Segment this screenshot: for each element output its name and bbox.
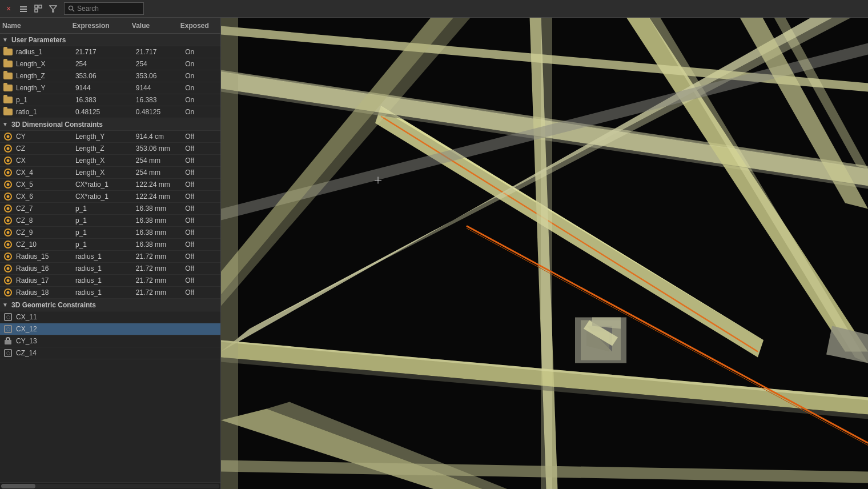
expand-button[interactable]	[32, 2, 45, 15]
section-header-geo-constraints[interactable]: ▼ 3D Geometric Constraints	[0, 299, 220, 311]
svg-rect-4	[39, 5, 42, 8]
row-value: 0.48125	[136, 108, 186, 116]
constraint-icon	[4, 276, 12, 284]
scrollbar-track[interactable]	[1, 484, 219, 488]
row-exposed: On	[185, 60, 218, 68]
constraint-icon	[4, 217, 12, 225]
param-row[interactable]: Length_Z 353.06 353.06 On	[0, 70, 220, 82]
row-name: CY_13	[16, 337, 75, 345]
row-exposed: Off	[185, 229, 218, 237]
row-name: CY	[16, 133, 75, 141]
param-row[interactable]: CZ_14	[0, 347, 220, 359]
param-row[interactable]: Radius_16 radius_1 21.72 mm Off	[0, 263, 220, 275]
row-name: CX_4	[16, 169, 75, 177]
row-name: CZ_14	[16, 349, 75, 357]
section-arrow: ▼	[2, 302, 9, 308]
search-icon	[68, 5, 75, 12]
row-name: radius_1	[16, 48, 75, 56]
row-icon	[2, 264, 14, 273]
row-name: CZ_10	[16, 241, 75, 248]
param-row[interactable]: CZ_9 p_1 16.38 mm Off	[0, 227, 220, 239]
row-value: 254	[136, 60, 186, 68]
svg-line-8	[73, 10, 74, 11]
row-expression: 9144	[75, 84, 136, 92]
row-name: Length_Y	[16, 84, 75, 92]
row-expression: p_1	[75, 229, 136, 237]
row-expression: CX*ratio_1	[75, 181, 136, 189]
row-expression: 16.383	[75, 96, 136, 104]
param-row[interactable]: Radius_17 radius_1 21.72 mm Off	[0, 275, 220, 287]
param-row[interactable]: CZ_10 p_1 16.38 mm Off	[0, 239, 220, 251]
param-row[interactable]: CY_13	[0, 335, 220, 347]
row-icon	[2, 59, 14, 69]
param-row[interactable]: Length_Y 9144 9144 On	[0, 82, 220, 94]
row-name: Radius_15	[16, 252, 75, 260]
param-row[interactable]: CZ_8 p_1 16.38 mm Off	[0, 215, 220, 227]
scrollbar-thumb[interactable]	[1, 484, 35, 488]
search-input[interactable]	[77, 5, 140, 13]
row-value: 16.38 mm	[136, 241, 186, 248]
param-row[interactable]: CX_4 Length_X 254 mm Off	[0, 167, 220, 179]
folder-icon	[3, 97, 13, 103]
param-row[interactable]: CX Length_X 254 mm Off	[0, 155, 220, 167]
param-row[interactable]: CZ_7 p_1 16.38 mm Off	[0, 203, 220, 215]
row-icon	[2, 276, 14, 285]
constraint-icon	[4, 252, 12, 260]
constraint-icon	[4, 241, 12, 248]
row-exposed: Off	[185, 217, 218, 225]
constraint-icon	[4, 193, 12, 201]
row-name: Radius_18	[16, 288, 75, 296]
param-row[interactable]: p_1 16.383 16.383 On	[0, 94, 220, 106]
row-exposed: On	[185, 84, 218, 92]
param-row[interactable]: CY Length_Y 914.4 cm Off	[0, 131, 220, 143]
constraint-icon	[4, 157, 12, 165]
param-row[interactable]: CX_5 CX*ratio_1 122.24 mm Off	[0, 179, 220, 191]
row-exposed: Off	[185, 264, 218, 272]
collapse-button[interactable]	[17, 2, 30, 15]
row-name: p_1	[16, 96, 75, 104]
row-icon	[2, 324, 14, 334]
row-icon	[2, 192, 14, 201]
param-row[interactable]: CX_6 CX*ratio_1 122.24 mm Off	[0, 191, 220, 203]
row-value: 122.24 mm	[136, 181, 186, 189]
param-row[interactable]: CX_11	[0, 311, 220, 323]
constraint-small-icon	[4, 325, 12, 333]
row-name: CX_12	[16, 325, 75, 333]
param-row[interactable]: CX_12	[0, 323, 220, 335]
filter-button[interactable]	[47, 2, 59, 15]
param-row[interactable]: CZ Length_Z 353.06 mm Off	[0, 143, 220, 155]
row-expression: radius_1	[75, 288, 136, 296]
row-icon	[2, 180, 14, 189]
row-name: ratio_1	[16, 108, 75, 116]
row-icon	[2, 83, 14, 93]
row-name: CZ_8	[16, 217, 75, 225]
section-title: User Parameters	[11, 36, 66, 44]
row-exposed: Off	[185, 181, 218, 189]
param-row[interactable]: Length_X 254 254 On	[0, 58, 220, 70]
row-icon	[2, 71, 14, 81]
param-row[interactable]: Radius_15 radius_1 21.72 mm Off	[0, 251, 220, 263]
row-value: 16.38 mm	[136, 229, 186, 237]
row-expression: p_1	[75, 241, 136, 248]
svg-marker-6	[50, 6, 57, 12]
row-exposed: Off	[185, 133, 218, 141]
section-header-dim-constraints[interactable]: ▼ 3D Dimensional Constraints	[0, 118, 220, 131]
row-value: 122.24 mm	[136, 193, 186, 201]
row-expression: p_1	[75, 217, 136, 225]
3d-viewport[interactable]	[221, 18, 868, 489]
close-button[interactable]: ×	[2, 2, 15, 15]
col-header-name: Name	[2, 22, 73, 30]
row-expression: CX*ratio_1	[75, 193, 136, 201]
param-row[interactable]: radius_1 21.717 21.717 On	[0, 46, 220, 58]
col-header-expression: Expression	[73, 22, 132, 30]
row-exposed: On	[185, 48, 218, 56]
bottom-scrollbar[interactable]	[0, 482, 220, 489]
row-name: CX_5	[16, 181, 75, 189]
row-expression: radius_1	[75, 276, 136, 284]
param-row[interactable]: ratio_1 0.48125 0.48125 On	[0, 106, 220, 118]
section-header-user-params[interactable]: ▼ User Parameters	[0, 34, 220, 46]
constraint-icon	[4, 205, 12, 213]
param-row[interactable]: Radius_18 radius_1 21.72 mm Off	[0, 287, 220, 299]
constraint-small-icon	[4, 349, 12, 357]
row-expression: Length_X	[75, 157, 136, 165]
